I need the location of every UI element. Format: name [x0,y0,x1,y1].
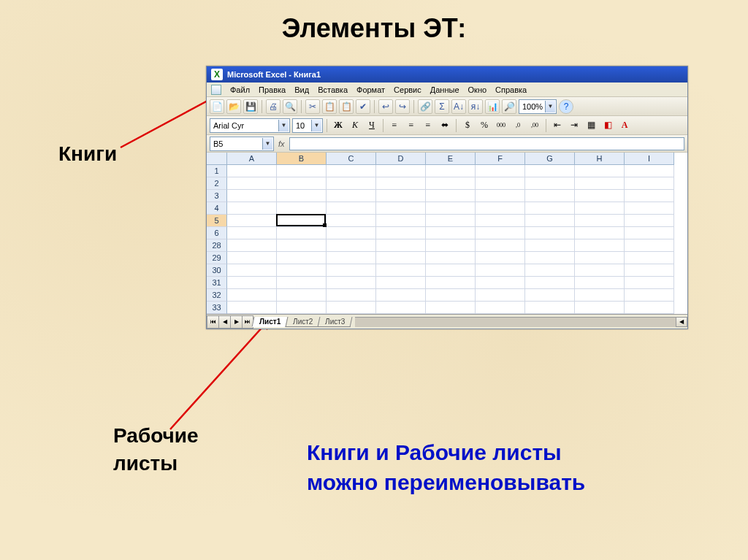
column-header[interactable]: C [327,153,376,165]
increase-decimal-icon[interactable]: ,0 [511,118,525,133]
cell[interactable] [227,177,277,190]
menu-edit[interactable]: Правка [259,85,286,94]
row-header[interactable]: 29 [207,252,227,264]
menu-data[interactable]: Данные [430,85,459,94]
cell[interactable] [376,277,426,289]
cell[interactable] [376,264,426,277]
font-color-icon[interactable]: A [617,118,632,133]
cell[interactable] [327,177,376,190]
font-name-combo[interactable]: Arial Cyr ▼ [210,118,290,133]
cell[interactable] [426,277,476,289]
underline-button[interactable]: Ч [365,118,379,133]
autosum-icon[interactable]: Σ [435,99,449,114]
row-header[interactable]: 31 [207,277,227,289]
cell[interactable] [426,227,476,239]
fx-icon[interactable]: fx [278,139,285,148]
redo-icon[interactable]: ↪ [395,99,410,114]
cell[interactable] [575,202,625,215]
cell[interactable] [476,289,525,302]
cell[interactable] [525,277,575,289]
cell[interactable] [625,227,674,239]
cell[interactable] [476,302,525,314]
format-painter-icon[interactable]: ✔ [356,99,370,114]
sort-asc-icon[interactable]: A↓ [451,99,466,114]
titlebar[interactable]: X Microsoft Excel - Книга1 [207,66,687,83]
cell[interactable] [575,165,625,177]
cell[interactable] [625,190,674,202]
cell[interactable] [575,302,625,314]
new-doc-icon[interactable]: 📄 [210,99,224,114]
sheet-nav-prev-icon[interactable]: ◀ [218,315,230,329]
chevron-down-icon[interactable]: ▼ [311,120,321,131]
cell[interactable] [525,264,575,277]
sheet-nav-next-icon[interactable]: ▶ [230,315,242,329]
cell[interactable] [525,302,575,314]
sheet-nav-first-icon[interactable]: ⏮ [207,315,218,329]
paste-icon[interactable]: 📋 [339,99,354,114]
cell[interactable] [327,215,376,227]
cell[interactable] [376,302,426,314]
cell[interactable] [227,239,277,252]
cell[interactable] [227,252,277,264]
chevron-down-icon[interactable]: ▼ [262,138,272,150]
cell[interactable] [327,239,376,252]
menu-format[interactable]: Формат [356,85,385,94]
cell[interactable] [376,177,426,190]
cell[interactable] [376,239,426,252]
cell[interactable] [575,177,625,190]
cell[interactable] [426,289,476,302]
cell[interactable] [327,190,376,202]
menu-help[interactable]: Справка [495,85,527,94]
cell[interactable] [277,239,327,252]
cell[interactable] [227,190,277,202]
cell[interactable] [327,252,376,264]
font-size-combo[interactable]: 10 ▼ [292,118,323,133]
row-header[interactable]: 6 [207,227,227,239]
borders-icon[interactable]: ▦ [584,118,598,133]
cell[interactable] [426,202,476,215]
chevron-down-icon[interactable]: ▼ [278,120,289,131]
cell[interactable] [376,215,426,227]
cell[interactable] [327,165,376,177]
cell[interactable] [625,165,674,177]
column-header[interactable]: G [525,153,575,165]
column-header[interactable]: A [227,153,277,165]
cell[interactable] [376,190,426,202]
cell[interactable] [575,277,625,289]
cell[interactable] [426,252,476,264]
cell[interactable] [476,190,525,202]
cell[interactable] [277,227,327,239]
column-header[interactable]: D [376,153,426,165]
zoom-icon[interactable]: 🔎 [502,99,516,114]
cell[interactable] [227,277,277,289]
hyperlink-icon[interactable]: 🔗 [418,99,432,114]
cell[interactable] [525,239,575,252]
print-icon[interactable]: 🖨 [266,99,280,114]
align-right-icon[interactable]: ≡ [421,118,435,133]
cell[interactable] [625,239,674,252]
menu-tools[interactable]: Сервис [394,85,421,94]
row-header[interactable]: 1 [207,165,227,177]
row-header[interactable]: 32 [207,289,227,302]
cell[interactable] [575,289,625,302]
cell[interactable] [277,252,327,264]
row-header[interactable]: 2 [207,177,227,190]
merge-center-icon[interactable]: ⬌ [438,118,452,133]
cell[interactable] [227,227,277,239]
cell[interactable] [277,202,327,215]
cell[interactable] [227,202,277,215]
cell[interactable] [625,215,674,227]
chart-icon[interactable]: 📊 [485,99,500,114]
cell[interactable] [476,252,525,264]
currency-icon[interactable]: $ [460,118,475,133]
help-icon[interactable]: ? [559,99,573,114]
cell[interactable] [327,264,376,277]
cell[interactable] [277,277,327,289]
cell[interactable] [327,302,376,314]
row-header[interactable]: 4 [207,202,227,215]
sheet-tab-3[interactable]: Лист3 [318,317,353,327]
horizontal-scrollbar[interactable] [355,317,676,327]
cell[interactable] [625,177,674,190]
cell[interactable] [575,252,625,264]
cell[interactable] [525,202,575,215]
